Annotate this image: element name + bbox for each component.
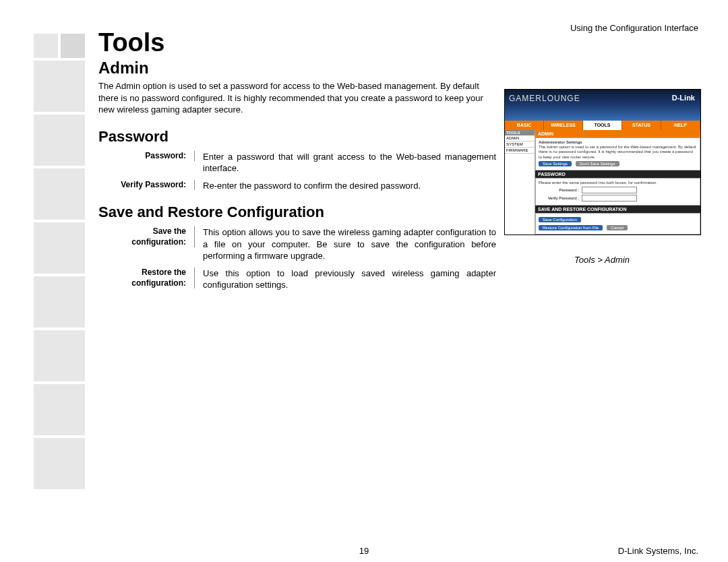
sidebar-item-firmware[interactable]: FIRMWARE (505, 148, 535, 154)
screenshot-caption: Tools > Admin (504, 255, 700, 265)
save-configuration-button[interactable]: Save Configuration (539, 217, 581, 222)
admin-intro: The Admin option is used to set a passwo… (98, 80, 496, 116)
tab-basic[interactable]: BASIC (505, 121, 544, 130)
panel-admin-text: The Admin option is used to set a passwo… (539, 145, 697, 160)
tab-tools[interactable]: TOOLS (583, 121, 622, 130)
sidebar-item-admin[interactable]: ADMIN (505, 135, 535, 142)
panel-password-bar: PASSWORD (535, 170, 700, 178)
term: Save the configuration: (98, 226, 195, 247)
def-save-config: Save the configuration: This option allo… (98, 226, 496, 262)
password-label: Password : (539, 188, 579, 192)
tab-status[interactable]: STATUS (622, 121, 661, 130)
save-settings-button[interactable]: Save Settings (539, 161, 572, 166)
verify-password-input[interactable] (582, 195, 637, 201)
panel-admin-bar: ADMIN (535, 130, 700, 137)
dlink-logo: D-Link (672, 94, 695, 102)
tab-wireless[interactable]: WIRELESS (544, 121, 583, 130)
term: Password: (98, 151, 195, 162)
section-saverestore-heading: Save and Restore Configuration (98, 204, 496, 221)
dont-save-settings-button[interactable]: Don't Save Settings (576, 161, 619, 166)
screenshot-sidebar: TOOLS ADMIN SYSTEM FIRMWARE (505, 130, 535, 235)
desc: Enter a password that will grant access … (195, 151, 496, 175)
main-content: Tools Admin The Admin option is used to … (98, 28, 496, 296)
screenshot-banner: GAMERLOUNGE D-Link (505, 90, 700, 121)
cancel-button[interactable]: Cancel (607, 225, 628, 230)
panel-password-hint: Please enter the same password into both… (539, 181, 697, 185)
term: Restore the configuration: (98, 268, 195, 288)
page-number: 19 (359, 546, 369, 556)
desc: Re-enter the password to confirm the des… (195, 180, 496, 192)
def-verify-password: Verify Password: Re-enter the password t… (98, 180, 496, 192)
desc: Use this option to load previously saved… (195, 268, 496, 291)
tab-help[interactable]: HELP (661, 121, 700, 130)
desc: This option allows you to save the wirel… (195, 226, 496, 262)
def-restore-config: Restore the configuration: Use this opti… (98, 268, 496, 291)
gamerlounge-logo: GAMERLOUNGE (509, 94, 580, 103)
screenshot-tabbar: BASIC WIRELESS TOOLS STATUS HELP (505, 121, 700, 130)
decorative-squares (34, 34, 86, 492)
term: Verify Password: (98, 180, 195, 191)
screenshot-content: ADMIN Administrator Settings The Admin o… (535, 130, 700, 235)
verify-password-label: Verify Password : (539, 196, 579, 200)
page-title: Tools (98, 28, 496, 57)
company-name: D-Link Systems, Inc. (618, 546, 698, 556)
sidebar-header: TOOLS (505, 130, 535, 135)
section-password-heading: Password (98, 128, 496, 146)
panel-saverestore-bar: SAVE AND RESTORE CONFIGURATION (535, 206, 700, 213)
restore-configuration-button[interactable]: Restore Configuration from File (539, 225, 603, 230)
page-header: Using the Configuration Interface (570, 23, 698, 33)
password-input[interactable] (582, 187, 637, 193)
panel-admin-sub: Administrator Settings (539, 140, 697, 145)
section-admin-heading: Admin (98, 59, 496, 77)
screenshot-tools-admin: GAMERLOUNGE D-Link BASIC WIRELESS TOOLS … (504, 89, 701, 235)
sidebar-item-system[interactable]: SYSTEM (505, 142, 535, 148)
def-password: Password: Enter a password that will gra… (98, 151, 496, 175)
